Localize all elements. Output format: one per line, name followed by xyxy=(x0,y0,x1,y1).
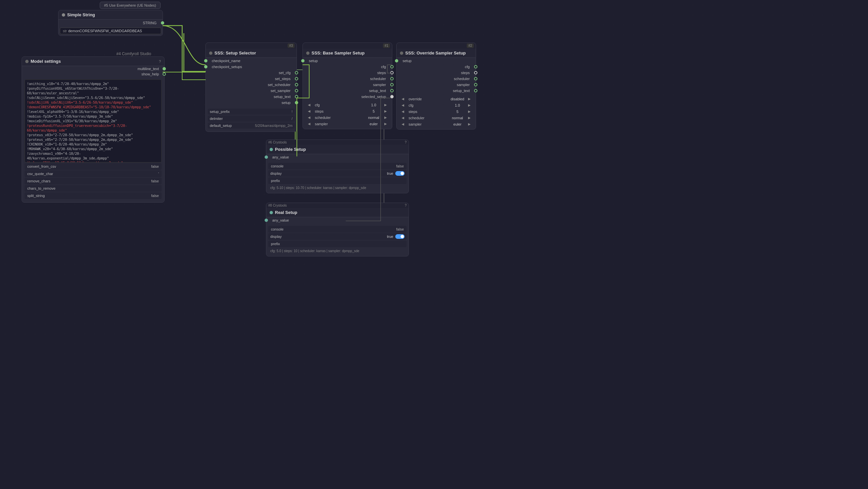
node-dot xyxy=(25,60,29,63)
show-help-circle[interactable] xyxy=(162,72,166,76)
set-scheduler-circle[interactable] xyxy=(295,83,298,86)
sss-base-setup-circle[interactable] xyxy=(301,59,305,62)
string-output-port: STRING xyxy=(59,20,162,26)
setup-port: setup xyxy=(206,100,297,106)
model-settings-header: Model settings ? xyxy=(22,57,164,66)
ov-cfg-left-btn[interactable]: ◀ xyxy=(401,103,405,107)
real-display-row: display true xyxy=(268,233,407,240)
node-dot xyxy=(62,13,65,17)
setup-text-out-circle[interactable] xyxy=(390,89,394,92)
node-5-header: #5 Use Everywhere (UE Nodes) xyxy=(100,2,161,9)
multiline-text-circle[interactable] xyxy=(162,67,166,70)
split-string-row: split_string false xyxy=(25,192,161,199)
sss-override-controls: ◀ override disabled ▶ ◀ cfg 1.0 ▶ ◀ step… xyxy=(397,94,476,129)
real-display-toggle[interactable] xyxy=(395,234,405,239)
remove-chars-row: remove_chars false xyxy=(25,178,161,184)
set-steps-circle[interactable] xyxy=(295,77,298,80)
ov-steps-right-btn[interactable]: ▶ xyxy=(467,109,472,113)
real-prefix-row: prefix xyxy=(268,240,407,247)
sampler-ctrl-row: ◀ sampler euler ▶ xyxy=(305,121,390,127)
sss-setup-fields: setup_prefix ! delmiter / default_setup … xyxy=(206,106,297,132)
scheduler-left-btn[interactable]: ◀ xyxy=(307,115,311,120)
node-sss-setup-selector: #3 SSS: Setup Selector checkpoint_name c… xyxy=(206,42,297,132)
setup-text-out-port: setup_text xyxy=(303,88,392,94)
possible-console-row: console false xyxy=(268,163,407,169)
string-output-circle[interactable] xyxy=(161,21,164,25)
possible-display-toggle[interactable] xyxy=(395,171,405,176)
sss-base-id-badge: #1 xyxy=(383,43,390,48)
sampler-out-port: sampler xyxy=(303,82,392,88)
real-any-value-circle[interactable] xyxy=(265,219,268,222)
ov-sampler-right-btn[interactable]: ▶ xyxy=(467,122,472,126)
possible-any-value-circle[interactable] xyxy=(265,156,268,159)
sss-override-setup-circle[interactable] xyxy=(395,59,398,62)
setup-text-circle[interactable] xyxy=(295,95,298,98)
node-sss-override-sampler: #2 SSS: Override Sampler Setup setup cfg… xyxy=(396,42,476,130)
sss-base-title: SSS: Base Sampler Setup xyxy=(311,51,389,56)
ov-scheduler-out-circle[interactable] xyxy=(474,77,477,80)
node-dot xyxy=(209,52,212,55)
possible-setup-company: #6 Crystools xyxy=(268,140,287,144)
canvas: #5 Use Everywhere (UE Nodes) Simple Stri… xyxy=(0,0,868,489)
chars-to-remove-row: chars_to_remove xyxy=(25,185,161,192)
sss-override-id-badge: #2 xyxy=(467,43,474,48)
node-dot xyxy=(270,211,273,214)
steps-out-circle[interactable] xyxy=(390,71,394,74)
checkpoint-name-port: checkpoint_name xyxy=(206,58,297,64)
possible-status-text: cfg: 5-10 | steps: 10-70 | scheduler: ka… xyxy=(268,185,407,191)
ov-sampler-out-circle[interactable] xyxy=(474,83,477,86)
sss-override-header: SSS: Override Sampler Setup xyxy=(397,48,476,58)
cfg-out-circle[interactable] xyxy=(390,65,394,68)
ov-scheduler-right-btn[interactable]: ▶ xyxy=(467,116,472,120)
model-settings-help[interactable]: ? xyxy=(159,60,161,63)
checkpoint-name-circle[interactable] xyxy=(204,59,208,62)
setup-text-port: setup_text xyxy=(206,94,297,100)
possible-setup-header: Possible Setup xyxy=(266,145,409,154)
cfg-ctrl-row: ◀ cfg 1.0 ▶ xyxy=(305,102,390,108)
possible-prefix-row: prefix xyxy=(268,177,407,184)
ov-cfg-out-port: cfg xyxy=(397,64,476,70)
ov-scheduler-out-port: scheduler xyxy=(397,76,476,82)
multiline-text-port: multiline_text xyxy=(22,66,164,71)
ov-steps-out-circle[interactable] xyxy=(474,71,477,74)
ov-sampler-left-btn[interactable]: ◀ xyxy=(401,122,405,126)
model-text-body: !anithing_v10="4-7/20-40/karras/dpmpp_2m… xyxy=(22,77,164,202)
ov-cfg-ctrl-row: ◀ cfg 1.0 ▶ xyxy=(399,102,474,108)
override-left-btn[interactable]: ◀ xyxy=(401,97,405,101)
ov-cfg-out-circle[interactable] xyxy=(474,65,477,68)
cfg-left-btn[interactable]: ◀ xyxy=(307,103,311,107)
scheduler-out-port: scheduler xyxy=(303,76,392,82)
ov-setup-text-out-circle[interactable] xyxy=(474,89,477,92)
possible-display-row: display true xyxy=(268,170,407,177)
cfg-right-btn[interactable]: ▶ xyxy=(383,103,388,107)
scheduler-out-circle[interactable] xyxy=(390,77,394,80)
steps-ctrl-row: ◀ steps 5 ▶ xyxy=(305,108,390,114)
sss-base-setup-port: setup xyxy=(303,58,392,64)
override-right-btn[interactable]: ▶ xyxy=(467,97,472,101)
string-input-row: str demonCORESFWNSFW_41MIDGARDBEAS xyxy=(60,28,161,34)
sampler-right-btn[interactable]: ▶ xyxy=(383,122,388,126)
selected-setup-out-circle[interactable] xyxy=(390,95,394,98)
ov-steps-ctrl-row: ◀ steps 5 ▶ xyxy=(399,108,474,115)
override-ctrl-row: ◀ override disabled ▶ xyxy=(399,96,474,102)
scheduler-right-btn[interactable]: ▶ xyxy=(383,115,388,120)
node-dot xyxy=(270,148,273,151)
ov-steps-left-btn[interactable]: ◀ xyxy=(401,109,405,113)
set-sampler-port: set_sampler xyxy=(206,88,297,94)
sampler-out-circle[interactable] xyxy=(390,83,394,86)
ov-scheduler-left-btn[interactable]: ◀ xyxy=(401,116,405,120)
checkpoint-setups-circle[interactable] xyxy=(204,65,208,68)
set-cfg-circle[interactable] xyxy=(295,71,298,74)
setup-circle[interactable] xyxy=(295,101,298,104)
steps-right-btn[interactable]: ▶ xyxy=(383,109,388,113)
delmiter-row: delmiter / xyxy=(208,116,294,122)
ov-cfg-right-btn[interactable]: ▶ xyxy=(467,103,472,107)
set-sampler-circle[interactable] xyxy=(295,89,298,92)
sss-setup-title: SSS: Setup Selector xyxy=(214,51,293,56)
steps-left-btn[interactable]: ◀ xyxy=(307,109,311,113)
checkpoint-setups-port: checkpoint_setups xyxy=(206,64,297,70)
sampler-left-btn[interactable]: ◀ xyxy=(307,122,311,126)
model-text-area[interactable]: !anithing_v10="4-7/20-40/karras/dpmpp_2m… xyxy=(25,79,161,162)
simple-string-header: Simple String xyxy=(59,10,162,20)
show-help-port: show_help xyxy=(22,71,164,77)
